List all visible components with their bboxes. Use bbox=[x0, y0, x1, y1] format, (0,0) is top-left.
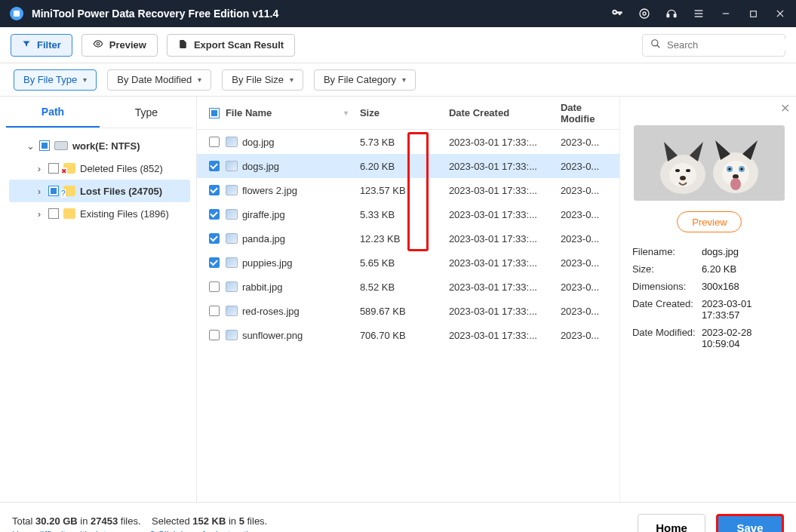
table-row[interactable]: giraffe.jpg5.33 KB2023-03-01 17:33:...20… bbox=[197, 202, 619, 226]
table-row[interactable]: puppies.jpg5.65 KB2023-03-01 17:33:...20… bbox=[197, 251, 619, 275]
file-size: 5.65 KB bbox=[360, 257, 449, 269]
maximize-icon[interactable] bbox=[746, 7, 760, 20]
tree-deleted[interactable]: › ✖ Deleted Files (852) bbox=[9, 157, 190, 180]
minimize-icon[interactable] bbox=[719, 7, 733, 20]
tree-root[interactable]: ⌄ work(E: NTFS) bbox=[9, 134, 190, 157]
tab-path[interactable]: Path bbox=[6, 97, 100, 128]
row-checkbox[interactable] bbox=[209, 161, 220, 171]
file-name: puppies.jpg bbox=[242, 257, 293, 269]
detail-size-value: 6.20 KB bbox=[702, 263, 787, 275]
col-date-created[interactable]: Date Created bbox=[449, 107, 561, 118]
chip-file-type-label: By File Type bbox=[23, 74, 77, 85]
chip-date-modified[interactable]: By Date Modified▾ bbox=[107, 69, 211, 91]
list-header: File Name▾ Size Date Created Date Modifi… bbox=[197, 97, 619, 130]
checkbox[interactable] bbox=[48, 208, 59, 219]
col-date-modified[interactable]: Date Modifie bbox=[561, 102, 613, 125]
save-button[interactable]: Save bbox=[716, 514, 784, 533]
chip-file-category-label: By File Category bbox=[324, 74, 396, 85]
search-input[interactable] bbox=[667, 39, 794, 51]
file-date-modified: 2023-0... bbox=[561, 161, 613, 172]
file-date-modified: 2023-0... bbox=[561, 257, 613, 269]
chevron-down-icon: ▾ bbox=[290, 75, 294, 84]
filter-button[interactable]: Filter bbox=[11, 34, 72, 57]
filter-label: Filter bbox=[37, 39, 61, 51]
support-headset-icon[interactable] bbox=[665, 7, 678, 20]
svg-rect-1 bbox=[14, 11, 20, 17]
svg-point-19 bbox=[675, 169, 680, 172]
svg-point-2 bbox=[640, 9, 649, 18]
svg-rect-16 bbox=[634, 125, 785, 201]
image-file-icon bbox=[226, 330, 238, 340]
tree-lost[interactable]: › ? Lost Files (24705) bbox=[9, 180, 190, 202]
preview-button[interactable]: Preview bbox=[81, 34, 158, 57]
table-row[interactable]: red-roses.jpg589.67 KB2023-03-01 17:33:.… bbox=[197, 299, 619, 323]
stat-text: in bbox=[78, 515, 91, 527]
file-name: sunflower.png bbox=[242, 330, 303, 341]
home-button[interactable]: Home bbox=[638, 514, 705, 533]
eye-icon bbox=[93, 38, 103, 51]
row-checkbox[interactable] bbox=[209, 233, 220, 244]
upgrade-key-icon[interactable] bbox=[610, 7, 624, 20]
svg-point-13 bbox=[97, 42, 100, 45]
tab-type[interactable]: Type bbox=[100, 97, 193, 128]
table-row[interactable]: dog.jpg5.73 KB2023-03-01 17:33:...2023-0… bbox=[197, 130, 619, 154]
file-date-created: 2023-03-01 17:33:... bbox=[449, 257, 561, 269]
export-button[interactable]: Export Scan Result bbox=[167, 34, 295, 57]
preview-thumbnail bbox=[634, 125, 785, 201]
table-row[interactable]: sunflower.png706.70 KB2023-03-01 17:33:.… bbox=[197, 323, 619, 347]
chip-file-size-label: By File Size bbox=[232, 74, 284, 85]
row-checkbox[interactable] bbox=[209, 137, 220, 147]
checkbox[interactable] bbox=[48, 186, 59, 196]
search-box[interactable] bbox=[642, 34, 785, 57]
chevron-down-icon: ▾ bbox=[198, 75, 201, 84]
svg-rect-5 bbox=[674, 14, 676, 17]
col-size[interactable]: Size bbox=[360, 107, 449, 118]
row-checkbox[interactable] bbox=[209, 306, 220, 316]
image-file-icon bbox=[226, 233, 238, 244]
image-file-icon bbox=[226, 257, 238, 268]
row-checkbox[interactable] bbox=[209, 185, 220, 195]
file-date-created: 2023-03-01 17:33:... bbox=[449, 185, 561, 196]
close-icon[interactable] bbox=[773, 7, 787, 20]
chip-file-size[interactable]: By File Size▾ bbox=[222, 69, 303, 91]
file-size: 12.23 KB bbox=[360, 233, 449, 244]
select-all-checkbox[interactable] bbox=[209, 108, 220, 118]
file-date-modified: 2023-0... bbox=[561, 233, 613, 244]
tree-existing[interactable]: › Existing Files (1896) bbox=[9, 202, 190, 225]
disc-icon[interactable] bbox=[638, 7, 651, 20]
checkbox[interactable] bbox=[48, 163, 59, 174]
preview-open-button[interactable]: Preview bbox=[677, 211, 742, 232]
file-name: rabbit.jpg bbox=[242, 281, 282, 293]
tree-existing-label: Existing Files (1896) bbox=[80, 208, 169, 220]
detail-filename-value: dogs.jpg bbox=[702, 246, 787, 257]
file-date-modified: 2023-0... bbox=[561, 137, 613, 148]
table-row[interactable]: dogs.jpg6.20 KB2023-03-01 17:33:...2023-… bbox=[197, 154, 619, 178]
row-checkbox[interactable] bbox=[209, 209, 220, 220]
svg-point-27 bbox=[741, 168, 743, 170]
chevron-right-icon: › bbox=[35, 163, 44, 174]
footer: Total 30.20 GB in 27453 files. Selected … bbox=[0, 502, 796, 532]
file-date-created: 2023-03-01 17:33:... bbox=[449, 330, 561, 341]
row-checkbox[interactable] bbox=[209, 257, 220, 268]
search-icon bbox=[650, 38, 661, 51]
close-details-icon[interactable]: ✕ bbox=[780, 101, 790, 115]
col-name[interactable]: File Name bbox=[226, 107, 272, 118]
table-row[interactable]: panda.jpg12.23 KB2023-03-01 17:33:...202… bbox=[197, 226, 619, 251]
file-date-modified: 2023-0... bbox=[561, 185, 613, 196]
chip-file-type[interactable]: By File Type▾ bbox=[14, 69, 97, 91]
checkbox[interactable] bbox=[39, 140, 50, 151]
chip-file-category[interactable]: By File Category▾ bbox=[314, 69, 416, 91]
detail-filename-key: Filename: bbox=[632, 246, 702, 257]
detail-created-key: Date Created: bbox=[632, 298, 702, 321]
table-row[interactable]: flowers 2.jpg123.57 KB2023-03-01 17:33:.… bbox=[197, 178, 619, 202]
stat-text: files. bbox=[244, 515, 267, 527]
detail-size-key: Size: bbox=[632, 263, 702, 275]
row-checkbox[interactable] bbox=[209, 330, 220, 340]
detail-created-value: 2023-03-01 17:33:57 bbox=[702, 298, 787, 321]
chip-date-modified-label: By Date Modified bbox=[117, 74, 192, 85]
file-list-pane: File Name▾ Size Date Created Date Modifi… bbox=[197, 97, 619, 502]
table-row[interactable]: rabbit.jpg8.52 KB2023-03-01 17:33:...202… bbox=[197, 275, 619, 299]
details-pane: ✕ bbox=[619, 97, 796, 502]
row-checkbox[interactable] bbox=[209, 281, 220, 292]
menu-icon[interactable] bbox=[692, 7, 705, 20]
